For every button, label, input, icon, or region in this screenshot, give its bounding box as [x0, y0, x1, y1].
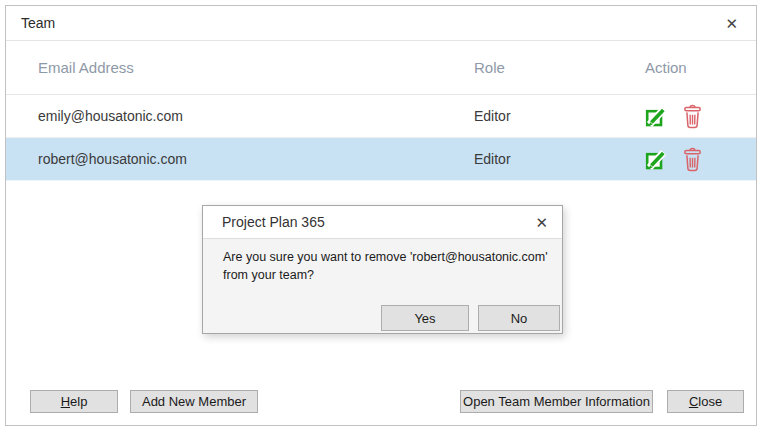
column-header-action: Action — [645, 59, 746, 76]
confirm-remove-dialog: Project Plan 365 ✕ Are you sure you want… — [202, 205, 563, 334]
column-header-email: Email Address — [38, 59, 474, 76]
delete-member-button[interactable] — [683, 147, 702, 172]
add-new-member-label: Add New Member — [142, 394, 246, 409]
close-button-label: Close — [689, 394, 722, 409]
row-actions — [645, 147, 746, 172]
table-header-row: Email Address Role Action — [6, 41, 756, 95]
yes-button[interactable]: Yes — [381, 305, 469, 331]
open-team-member-information-label: Open Team Member Information — [463, 394, 650, 409]
close-button[interactable]: Close — [667, 390, 744, 413]
trash-icon — [683, 147, 702, 172]
close-icon[interactable]: ✕ — [725, 16, 738, 31]
member-email: emily@housatonic.com — [38, 108, 474, 124]
help-button[interactable]: Help — [30, 390, 118, 413]
help-button-label: Help — [61, 394, 88, 409]
confirm-dialog-titlebar: Project Plan 365 ✕ — [203, 206, 562, 239]
edit-pencil-icon — [645, 106, 666, 127]
trash-icon — [683, 104, 702, 129]
close-icon[interactable]: ✕ — [535, 215, 548, 230]
confirm-message-text: Are you sure you want to remove 'robert@… — [223, 248, 548, 284]
no-button[interactable]: No — [478, 305, 560, 331]
member-role: Editor — [474, 151, 645, 167]
add-new-member-button[interactable]: Add New Member — [130, 390, 258, 413]
dialog-title: Team — [21, 15, 55, 31]
edit-member-button[interactable] — [645, 106, 666, 127]
delete-member-button[interactable] — [683, 104, 702, 129]
table-row[interactable]: emily@housatonic.com Editor — [6, 95, 756, 138]
edit-member-button[interactable] — [645, 149, 666, 170]
table-row-selected[interactable]: robert@housatonic.com Editor — [6, 138, 756, 181]
column-header-role: Role — [474, 59, 645, 76]
team-dialog-titlebar: Team ✕ — [6, 6, 756, 41]
open-team-member-information-button[interactable]: Open Team Member Information — [460, 390, 653, 413]
member-role: Editor — [474, 108, 645, 124]
row-actions — [645, 104, 746, 129]
member-email: robert@housatonic.com — [38, 151, 474, 167]
edit-pencil-icon — [645, 149, 666, 170]
confirm-dialog-title: Project Plan 365 — [222, 214, 325, 230]
